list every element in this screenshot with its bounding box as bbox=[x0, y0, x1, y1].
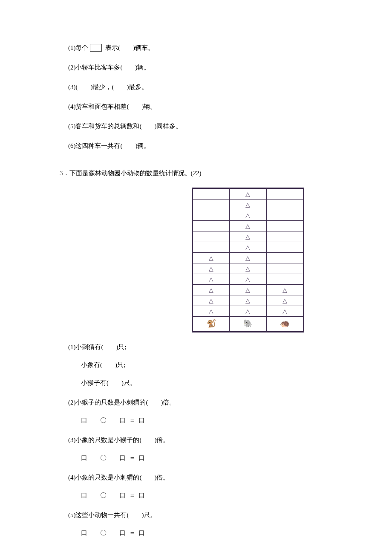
chart-cell: △ bbox=[230, 253, 266, 263]
chart-cell: △ bbox=[193, 295, 230, 306]
q3-2: (2)小猴子的只数是小刺猬的( )倍。 bbox=[68, 397, 366, 408]
chart-cell bbox=[266, 231, 303, 242]
q2-1-text-b: 表示( )辆车。 bbox=[105, 44, 154, 51]
triangle-icon: △ bbox=[282, 298, 287, 304]
chart-category-cell: 🐘 bbox=[230, 317, 266, 332]
q2-item-4: (4)货车和面包车相差( )辆。 bbox=[68, 101, 366, 112]
chart-category-cell: 🦔 bbox=[266, 317, 303, 332]
chart-cell bbox=[193, 242, 230, 253]
chart-row: △ bbox=[193, 221, 303, 231]
triangle-icon: △ bbox=[209, 287, 213, 293]
chart-cell bbox=[266, 242, 303, 253]
chart-cell: △ bbox=[230, 221, 266, 231]
chart-cell: △ bbox=[230, 306, 266, 317]
chart-cell: △ bbox=[230, 263, 266, 274]
chart-cell: △ bbox=[230, 210, 266, 221]
chart-cell: △ bbox=[230, 285, 266, 295]
chart-cell: △ bbox=[266, 306, 303, 317]
triangle-icon: △ bbox=[209, 276, 213, 283]
chart-cell: △ bbox=[193, 285, 230, 295]
chart-cell bbox=[266, 253, 303, 263]
chart-cell: △ bbox=[193, 263, 230, 274]
q3-2-eq: 口 〇 口＝口 bbox=[81, 415, 366, 425]
triangle-icon: △ bbox=[245, 308, 250, 315]
chart-row: △△△ bbox=[193, 306, 303, 317]
chart-cell: △ bbox=[230, 274, 266, 285]
triangle-icon: △ bbox=[245, 276, 250, 283]
q2-item-2: (2)小轿车比客车多( )辆。 bbox=[68, 62, 366, 72]
triangle-icon: △ bbox=[209, 298, 213, 304]
chart-row: △ bbox=[193, 199, 303, 210]
animal-tally-chart: △△△△△△△△△△△△△△△△△△△△△🐒🐘🦔 bbox=[192, 188, 304, 332]
chart-cell: △ bbox=[230, 199, 266, 210]
triangle-icon: △ bbox=[282, 308, 287, 315]
chart-row: △△△ bbox=[193, 295, 303, 306]
chart-cell bbox=[193, 210, 230, 221]
q3-4-eq: 口 〇 口＝口 bbox=[81, 490, 366, 500]
chart-row: △ bbox=[193, 210, 303, 221]
animal-icon: 🦔 bbox=[280, 320, 289, 327]
chart-category-row: 🐒🐘🦔 bbox=[193, 317, 303, 332]
triangle-icon: △ bbox=[245, 255, 250, 261]
worksheet-page: (1)每个 表示( )辆车。 (2)小轿车比客车多( )辆。 (3)( )最少，… bbox=[0, 0, 392, 555]
q2-item-5: (5)客车和货车的总辆数和( )同样多。 bbox=[68, 121, 366, 131]
chart-cell: △ bbox=[193, 306, 230, 317]
q3-1b: 小象有( )只; bbox=[81, 360, 366, 370]
chart-row: △ bbox=[193, 189, 303, 199]
chart-cell: △ bbox=[230, 231, 266, 242]
triangle-icon: △ bbox=[245, 266, 250, 272]
chart-cell bbox=[266, 221, 303, 231]
triangle-icon: △ bbox=[245, 191, 250, 197]
chart-row: △ bbox=[193, 242, 303, 253]
triangle-icon: △ bbox=[245, 223, 250, 229]
chart-cell: △ bbox=[230, 189, 266, 199]
chart-row: △△△ bbox=[193, 285, 303, 295]
animal-icon: 🐒 bbox=[207, 320, 216, 327]
q3-3-eq: 口 〇 口＝口 bbox=[81, 453, 366, 463]
chart-cell bbox=[266, 263, 303, 274]
triangle-icon: △ bbox=[209, 266, 213, 272]
chart-cell bbox=[266, 199, 303, 210]
chart-cell: △ bbox=[266, 295, 303, 306]
q3-1c: 小猴子有( )只。 bbox=[81, 378, 366, 388]
chart-row: △△ bbox=[193, 263, 303, 274]
chart-cell bbox=[193, 221, 230, 231]
animal-icon: 🐘 bbox=[243, 320, 253, 327]
triangle-icon: △ bbox=[245, 234, 250, 240]
triangle-icon: △ bbox=[209, 308, 213, 315]
triangle-icon: △ bbox=[209, 255, 213, 261]
q2-item-6: (6)这四种车一共有( )辆。 bbox=[68, 141, 366, 151]
q2-1-text-a: (1)每个 bbox=[68, 44, 89, 51]
q3-5: (5)这些小动物一共有( )只。 bbox=[68, 510, 366, 520]
chart-cell: △ bbox=[193, 274, 230, 285]
triangle-icon: △ bbox=[245, 298, 250, 304]
q2-item-1: (1)每个 表示( )辆车。 bbox=[68, 43, 366, 53]
chart-row: △△ bbox=[193, 274, 303, 285]
chart-cell: △ bbox=[266, 285, 303, 295]
chart-cell bbox=[266, 189, 303, 199]
triangle-icon: △ bbox=[245, 202, 250, 208]
chart-cell bbox=[193, 189, 230, 199]
chart-cell bbox=[193, 199, 230, 210]
chart-table: △△△△△△△△△△△△△△△△△△△△△🐒🐘🦔 bbox=[193, 188, 303, 332]
q2-item-3: (3)( )最少，( )最多。 bbox=[68, 82, 366, 92]
triangle-icon: △ bbox=[282, 287, 287, 293]
chart-cell bbox=[193, 231, 230, 242]
chart-row: △ bbox=[193, 231, 303, 242]
q3-5-eq: 口 〇 口＝口 bbox=[81, 528, 366, 538]
q3-3: (3)小象的只数是小猴子的( )倍。 bbox=[68, 435, 366, 445]
chart-row: △△ bbox=[193, 253, 303, 263]
rectangle-icon bbox=[90, 44, 102, 52]
q3-1a: (1)小刺猬有( )只; bbox=[68, 342, 366, 352]
chart-cell bbox=[266, 274, 303, 285]
chart-cell bbox=[266, 210, 303, 221]
q3-4: (4)小象的只数是小刺猬的( )倍。 bbox=[68, 472, 366, 483]
chart-cell: △ bbox=[230, 295, 266, 306]
triangle-icon: △ bbox=[245, 287, 250, 293]
triangle-icon: △ bbox=[245, 212, 250, 219]
chart-cell: △ bbox=[230, 242, 266, 253]
chart-cell: △ bbox=[193, 253, 230, 263]
chart-category-cell: 🐒 bbox=[193, 317, 230, 332]
q3-intro: 3．下面是森林动物园小动物的数量统计情况。(22) bbox=[60, 168, 366, 178]
triangle-icon: △ bbox=[245, 244, 250, 251]
